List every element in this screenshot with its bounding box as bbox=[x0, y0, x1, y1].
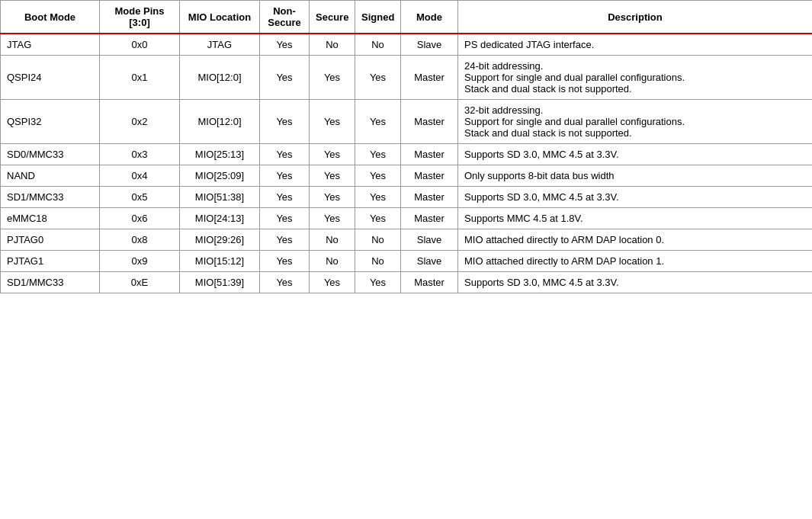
cell-secure: Yes bbox=[310, 272, 355, 293]
cell-secure: No bbox=[310, 34, 355, 56]
cell-mio-location: MIO[24:13] bbox=[180, 208, 260, 229]
header-boot-mode: Boot Mode bbox=[1, 1, 100, 34]
cell-mode: Slave bbox=[401, 251, 458, 272]
table-row: JTAG0x0JTAGYesNoNoSlavePS dedicated JTAG… bbox=[1, 34, 813, 56]
cell-mio-location: MIO[25:13] bbox=[180, 144, 260, 165]
cell-non-secure: Yes bbox=[260, 272, 310, 293]
cell-mode-pins: 0xE bbox=[100, 272, 180, 293]
table-row: QSPI240x1MIO[12:0]YesYesYesMaster24-bit … bbox=[1, 56, 813, 100]
header-mode: Mode bbox=[401, 1, 458, 34]
cell-mio-location: MIO[15:12] bbox=[180, 251, 260, 272]
cell-mode-pins: 0x9 bbox=[100, 251, 180, 272]
cell-mode-pins: 0x2 bbox=[100, 100, 180, 144]
cell-description: Only supports 8-bit data bus width bbox=[458, 165, 813, 187]
header-description: Description bbox=[458, 1, 813, 34]
table-row: SD1/MMC330xEMIO[51:39]YesYesYesMasterSup… bbox=[1, 272, 813, 293]
boot-mode-table: Boot Mode Mode Pins [3:0] MIO Location N… bbox=[0, 0, 812, 293]
table-row: SD0/MMC330x3MIO[25:13]YesYesYesMasterSup… bbox=[1, 144, 813, 165]
cell-mode: Slave bbox=[401, 34, 458, 56]
cell-mode: Master bbox=[401, 272, 458, 293]
cell-mio-location: MIO[12:0] bbox=[180, 100, 260, 144]
cell-secure: Yes bbox=[310, 187, 355, 208]
cell-secure: No bbox=[310, 251, 355, 272]
cell-description: Supports SD 3.0, MMC 4.5 at 3.3V. bbox=[458, 272, 813, 293]
cell-non-secure: Yes bbox=[260, 229, 310, 251]
cell-boot-mode: JTAG bbox=[1, 34, 100, 56]
cell-non-secure: Yes bbox=[260, 251, 310, 272]
table-row: eMMC180x6MIO[24:13]YesYesYesMasterSuppor… bbox=[1, 208, 813, 229]
cell-mode-pins: 0x6 bbox=[100, 208, 180, 229]
cell-secure: Yes bbox=[310, 144, 355, 165]
cell-secure: Yes bbox=[310, 208, 355, 229]
cell-secure: No bbox=[310, 229, 355, 251]
cell-non-secure: Yes bbox=[260, 165, 310, 187]
cell-signed: Yes bbox=[355, 100, 401, 144]
cell-mode: Master bbox=[401, 208, 458, 229]
table-header: Boot Mode Mode Pins [3:0] MIO Location N… bbox=[1, 1, 813, 34]
header-non-secure: Non-Secure bbox=[260, 1, 310, 34]
cell-signed: No bbox=[355, 34, 401, 56]
cell-mio-location: MIO[29:26] bbox=[180, 229, 260, 251]
table-row: PJTAG00x8MIO[29:26]YesNoNoSlaveMIO attac… bbox=[1, 229, 813, 251]
cell-description: PS dedicated JTAG interface. bbox=[458, 34, 813, 56]
cell-boot-mode: NAND bbox=[1, 165, 100, 187]
cell-boot-mode: eMMC18 bbox=[1, 208, 100, 229]
cell-signed: Yes bbox=[355, 165, 401, 187]
cell-non-secure: Yes bbox=[260, 144, 310, 165]
cell-secure: Yes bbox=[310, 165, 355, 187]
cell-non-secure: Yes bbox=[260, 56, 310, 100]
cell-signed: Yes bbox=[355, 272, 401, 293]
cell-non-secure: Yes bbox=[260, 187, 310, 208]
cell-boot-mode: SD1/MMC33 bbox=[1, 187, 100, 208]
header-signed: Signed bbox=[355, 1, 401, 34]
cell-mio-location: MIO[12:0] bbox=[180, 56, 260, 100]
cell-signed: No bbox=[355, 229, 401, 251]
header-mio-location: MIO Location bbox=[180, 1, 260, 34]
cell-mode-pins: 0x4 bbox=[100, 165, 180, 187]
cell-mode: Master bbox=[401, 165, 458, 187]
cell-secure: Yes bbox=[310, 100, 355, 144]
header-mode-pins: Mode Pins [3:0] bbox=[100, 1, 180, 34]
table-body: JTAG0x0JTAGYesNoNoSlavePS dedicated JTAG… bbox=[1, 34, 813, 293]
cell-signed: No bbox=[355, 251, 401, 272]
header-secure: Secure bbox=[310, 1, 355, 34]
cell-boot-mode: QSPI32 bbox=[1, 100, 100, 144]
cell-mode-pins: 0x5 bbox=[100, 187, 180, 208]
cell-mode-pins: 0x3 bbox=[100, 144, 180, 165]
cell-non-secure: Yes bbox=[260, 208, 310, 229]
cell-description: Supports SD 3.0, MMC 4.5 at 3.3V. bbox=[458, 144, 813, 165]
cell-mio-location: MIO[51:39] bbox=[180, 272, 260, 293]
cell-description: 32-bit addressing.Support for single and… bbox=[458, 100, 813, 144]
table-row: NAND0x4MIO[25:09]YesYesYesMasterOnly sup… bbox=[1, 165, 813, 187]
cell-description: 24-bit addressing.Support for single and… bbox=[458, 56, 813, 100]
cell-non-secure: Yes bbox=[260, 34, 310, 56]
cell-mio-location: MIO[25:09] bbox=[180, 165, 260, 187]
table-row: QSPI320x2MIO[12:0]YesYesYesMaster32-bit … bbox=[1, 100, 813, 144]
cell-mode: Master bbox=[401, 187, 458, 208]
cell-non-secure: Yes bbox=[260, 100, 310, 144]
cell-mode-pins: 0x1 bbox=[100, 56, 180, 100]
cell-description: MIO attached directly to ARM DAP locatio… bbox=[458, 229, 813, 251]
cell-mode-pins: 0x0 bbox=[100, 34, 180, 56]
table-row: SD1/MMC330x5MIO[51:38]YesYesYesMasterSup… bbox=[1, 187, 813, 208]
cell-mode: Master bbox=[401, 144, 458, 165]
cell-boot-mode: QSPI24 bbox=[1, 56, 100, 100]
cell-description: MIO attached directly to ARM DAP locatio… bbox=[458, 251, 813, 272]
cell-boot-mode: PJTAG1 bbox=[1, 251, 100, 272]
cell-signed: Yes bbox=[355, 56, 401, 100]
cell-boot-mode: SD1/MMC33 bbox=[1, 272, 100, 293]
cell-mode: Slave bbox=[401, 229, 458, 251]
cell-mode-pins: 0x8 bbox=[100, 229, 180, 251]
cell-secure: Yes bbox=[310, 56, 355, 100]
table-row: PJTAG10x9MIO[15:12]YesNoNoSlaveMIO attac… bbox=[1, 251, 813, 272]
cell-mio-location: JTAG bbox=[180, 34, 260, 56]
cell-mode: Master bbox=[401, 56, 458, 100]
cell-mio-location: MIO[51:38] bbox=[180, 187, 260, 208]
cell-description: Supports SD 3.0, MMC 4.5 at 3.3V. bbox=[458, 187, 813, 208]
cell-signed: Yes bbox=[355, 208, 401, 229]
cell-description: Supports MMC 4.5 at 1.8V. bbox=[458, 208, 813, 229]
cell-signed: Yes bbox=[355, 144, 401, 165]
cell-mode: Master bbox=[401, 100, 458, 144]
cell-boot-mode: PJTAG0 bbox=[1, 229, 100, 251]
cell-boot-mode: SD0/MMC33 bbox=[1, 144, 100, 165]
